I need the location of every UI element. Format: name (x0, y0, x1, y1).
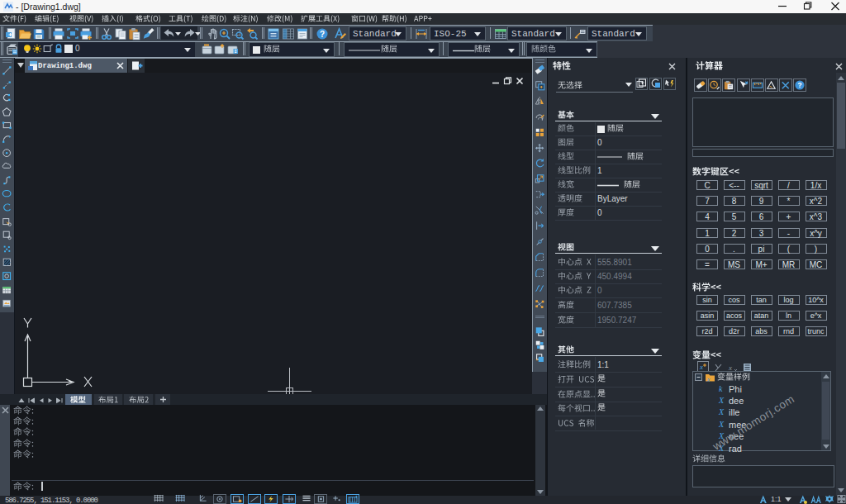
svg-text:?: ? (320, 30, 325, 39)
svg-text:?: ? (798, 81, 802, 89)
svg-text:x: x (706, 376, 711, 383)
svg-text:x: x (699, 363, 703, 371)
